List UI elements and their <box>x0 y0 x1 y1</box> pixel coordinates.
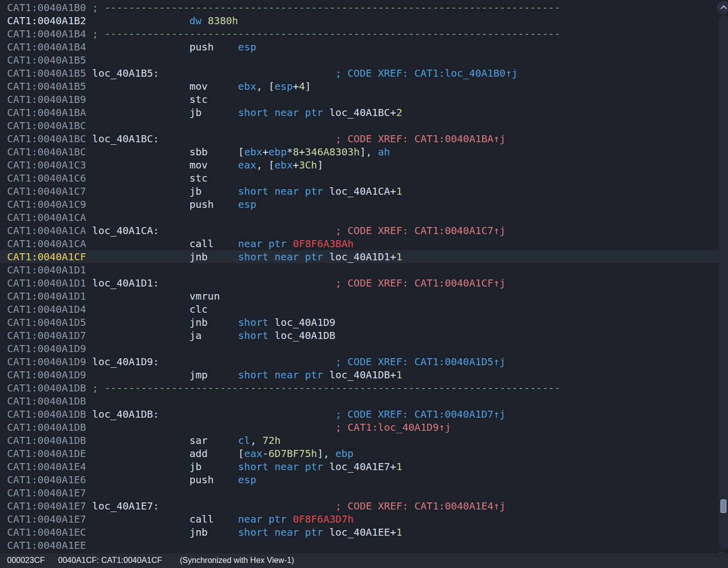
disasm-line[interactable]: CAT1:0040A1E6 push esp <box>0 473 720 486</box>
number-literal: 8 <box>293 146 299 158</box>
disasm-line[interactable]: CAT1:0040A1B4 push esp <box>0 40 720 53</box>
code-text: loc_40A1D1+ <box>323 251 396 263</box>
code-text <box>159 224 335 237</box>
disasm-line-current[interactable]: CAT1:0040A1CF jnb short near ptr loc_40A… <box>0 250 720 263</box>
asm-keyword: ah <box>378 146 390 158</box>
disasm-line[interactable]: CAT1:0040A1CA loc_40A1CA: ; CODE XREF: C… <box>0 224 720 237</box>
disasm-line[interactable]: CAT1:0040A1DB ; ------------------------… <box>0 381 720 394</box>
line-address: CAT1:0040A1B2 <box>7 15 86 27</box>
code-text <box>159 133 335 145</box>
number-literal: 3Ch <box>299 159 317 171</box>
disasm-line[interactable]: CAT1:0040A1D9 jmp short near ptr loc_40A… <box>0 368 720 381</box>
code-text <box>86 198 190 210</box>
code-text: stc <box>189 172 207 184</box>
code-text: + <box>299 146 305 158</box>
disasm-line[interactable]: CAT1:0040A1C9 push esp <box>0 198 720 211</box>
disasm-line[interactable]: CAT1:0040A1B0 ; ------------------------… <box>0 1 720 14</box>
code-text: ] <box>317 159 323 171</box>
scrollbar-thumb[interactable] <box>720 499 726 513</box>
code-text: sbb <box>189 146 238 158</box>
code-text: push <box>189 474 238 486</box>
disasm-line[interactable]: CAT1:0040A1BC <box>0 119 720 132</box>
line-address: CAT1:0040A1D1 <box>7 290 86 302</box>
asm-keyword: cl <box>238 434 250 446</box>
code-text <box>86 133 92 145</box>
code-text <box>86 80 190 92</box>
code-text <box>86 238 190 250</box>
line-address: CAT1:0040A1C3 <box>7 159 86 171</box>
disasm-line[interactable]: CAT1:0040A1D1 loc_40A1D1: ; CODE XREF: C… <box>0 276 720 290</box>
number-literal: 2 <box>396 106 402 119</box>
disasm-line[interactable]: CAT1:0040A1C6 stc <box>0 172 720 185</box>
xref-comment: ; CODE XREF: CAT1:loc_40A1B0↑j <box>335 67 517 79</box>
disasm-line[interactable]: CAT1:0040A1CA call near ptr 0F8F6A3BAh <box>0 237 720 250</box>
disasm-line[interactable]: CAT1:0040A1D1 vmrun <box>0 290 720 303</box>
disasm-line[interactable]: CAT1:0040A1EC jnb short near ptr loc_40A… <box>0 526 720 539</box>
code-text <box>86 303 190 315</box>
line-address: CAT1:0040A1B0 <box>7 2 86 14</box>
code-text: mov <box>189 80 238 92</box>
code-text <box>86 277 92 289</box>
line-address: CAT1:0040A1DB <box>7 395 86 407</box>
asm-keyword: esp <box>238 41 256 53</box>
code-text: jb <box>189 106 238 119</box>
disasm-line[interactable]: CAT1:0040A1BC sbb [ebx+ebp*8+346A8303h],… <box>0 145 720 158</box>
disasm-line[interactable]: CAT1:0040A1B5 mov ebx, [esp+4] <box>0 80 720 93</box>
xref-comment: ; CODE XREF: CAT1:0040A1BA↑j <box>335 133 505 145</box>
disasm-line[interactable]: CAT1:0040A1D4 clc <box>0 303 720 316</box>
code-text: + <box>293 159 299 171</box>
xref-comment: ; CODE XREF: CAT1:0040A1D7↑j <box>335 408 505 420</box>
line-address: CAT1:0040A1BC <box>7 133 86 145</box>
line-address: CAT1:0040A1C9 <box>7 198 86 210</box>
disasm-line[interactable]: CAT1:0040A1B9 stc <box>0 93 720 106</box>
code-text: loc_40A1CA+ <box>323 185 396 197</box>
asm-keyword: short near ptr <box>238 185 324 197</box>
disasm-line[interactable]: CAT1:0040A1DB sar cl, 72h <box>0 434 720 447</box>
disasm-line[interactable]: CAT1:0040A1E7 <box>0 486 720 499</box>
code-text <box>86 41 190 53</box>
code-text: , [ <box>256 80 275 92</box>
disasm-line[interactable]: CAT1:0040A1BC loc_40A1BC: ; CODE XREF: C… <box>0 132 720 145</box>
disasm-line[interactable]: CAT1:0040A1D5 jnb short loc_40A1D9 <box>0 316 720 329</box>
disasm-line[interactable]: CAT1:0040A1B2 dw 8380h <box>0 14 720 27</box>
disasm-line[interactable]: CAT1:0040A1DB ; CAT1:loc_40A1D9↑j <box>0 421 720 434</box>
disasm-line[interactable]: CAT1:0040A1CA <box>0 211 720 224</box>
line-address: CAT1:0040A1CA <box>7 238 86 250</box>
disasm-line[interactable]: CAT1:0040A1DB loc_40A1DB: ; CODE XREF: C… <box>0 408 720 421</box>
code-text: + <box>263 146 269 158</box>
code-text: , [ <box>256 159 275 171</box>
disasm-line[interactable]: CAT1:0040A1B5 <box>0 53 720 67</box>
disasm-line[interactable]: CAT1:0040A1E7 call near ptr 0F8F6A3D7h <box>0 513 720 526</box>
disasm-line[interactable]: CAT1:0040A1DB <box>0 394 720 408</box>
disasm-line[interactable]: CAT1:0040A1EE <box>0 539 720 552</box>
line-address: CAT1:0040A1CA <box>7 211 86 223</box>
line-address: CAT1:0040A1BC <box>7 120 86 132</box>
disasm-line[interactable]: CAT1:0040A1DE add [eax-6D7BF75h], ebp <box>0 447 720 460</box>
code-text: stc <box>189 93 207 105</box>
code-text <box>86 290 190 302</box>
disasm-line[interactable]: CAT1:0040A1B5 loc_40A1B5: ; CODE XREF: C… <box>0 67 720 80</box>
disasm-line[interactable]: CAT1:0040A1D9 loc_40A1D9: ; CODE XREF: C… <box>0 355 720 368</box>
line-address: CAT1:0040A1C7 <box>7 185 86 197</box>
code-text <box>159 67 335 79</box>
disasm-line[interactable]: CAT1:0040A1C3 mov eax, [ebx+3Ch] <box>0 158 720 172</box>
scrollbar-track[interactable] <box>719 15 728 551</box>
code-text: ], <box>317 447 335 460</box>
disasm-line[interactable]: CAT1:0040A1E7 loc_40A1E7: ; CODE XREF: C… <box>0 499 720 513</box>
disasm-line[interactable]: CAT1:0040A1D7 ja short loc_40A1DB <box>0 329 720 342</box>
disasm-line[interactable]: CAT1:0040A1E4 jb short near ptr loc_40A1… <box>0 460 720 473</box>
disasm-line[interactable]: CAT1:0040A1B4 ; ------------------------… <box>0 27 720 40</box>
disasm-line[interactable]: CAT1:0040A1D1 <box>0 263 720 276</box>
code-text <box>86 513 190 525</box>
code-text: ], <box>359 146 378 158</box>
disassembly-listing[interactable]: CAT1:0040A1B0 ; ------------------------… <box>0 0 720 553</box>
scroll-up-button[interactable] <box>717 1 728 14</box>
disasm-line[interactable]: CAT1:0040A1BA jb short near ptr loc_40A1… <box>0 106 720 119</box>
disasm-line[interactable]: CAT1:0040A1D9 <box>0 342 720 355</box>
line-address: CAT1:0040A1CA <box>7 224 86 237</box>
code-text <box>86 316 190 328</box>
asm-keyword: short near ptr <box>238 251 324 263</box>
disasm-line[interactable]: CAT1:0040A1C7 jb short near ptr loc_40A1… <box>0 185 720 198</box>
code-text: loc_40A1E7+ <box>323 461 396 473</box>
number-literal: 1 <box>396 461 402 473</box>
